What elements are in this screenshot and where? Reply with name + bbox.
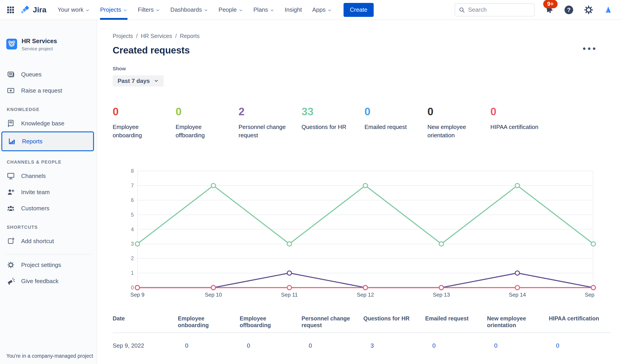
sidebar-section-knowledge: KNOWLEDGE [0, 105, 97, 114]
nav-apps[interactable]: Apps [312, 0, 332, 20]
project-name: HR Services [22, 38, 57, 45]
breadcrumb-reports[interactable]: Reports [180, 33, 200, 39]
search-icon [459, 7, 465, 13]
column-header: Personnel change request [302, 315, 363, 332]
nav-your-work[interactable]: Your work [58, 0, 90, 20]
dot [583, 48, 586, 50]
svg-text:Sep 13: Sep 13 [433, 292, 450, 298]
more-options-button[interactable] [581, 45, 598, 52]
dot [588, 48, 590, 50]
nav-insight[interactable]: Insight [285, 0, 302, 20]
svg-text:6: 6 [131, 197, 134, 203]
megaphone-icon [7, 277, 15, 285]
table-cell-link[interactable]: 0 [549, 357, 611, 364]
sidebar-section-shortcuts: SHORTCUTS [0, 223, 97, 231]
table-cell-link[interactable]: 0 [302, 357, 363, 364]
table-cell-link[interactable]: 0 [178, 334, 240, 357]
svg-text:4: 4 [131, 227, 134, 232]
chevron-down-icon [155, 8, 160, 13]
nav-people[interactable]: People [219, 0, 243, 20]
chevron-down-icon [204, 8, 208, 13]
sidebar-item-project-settings[interactable]: Project settings [0, 257, 97, 273]
channels-icon [7, 172, 15, 180]
gear-icon [584, 5, 594, 15]
stat-emailed-request: 0 Emailed request [364, 106, 427, 140]
main-content: Projects / HR Services / Reports Created… [97, 20, 621, 364]
stat-personnel-change-request: 2 Personnel change request [239, 106, 302, 140]
table-cell-link[interactable]: 0 [549, 334, 611, 357]
project-sidebar: HR Services Service project Queues [0, 20, 97, 364]
table-header-divider [113, 332, 611, 333]
atlassian-logo-icon [604, 5, 613, 15]
search-box [455, 3, 535, 17]
nav-plans[interactable]: Plans [253, 0, 274, 20]
app-switcher-icon[interactable] [7, 6, 14, 14]
settings-button[interactable] [584, 5, 594, 15]
breadcrumb-hr-services[interactable]: HR Services [141, 33, 172, 39]
help-icon: ? [564, 5, 574, 15]
show-label: Show [113, 66, 621, 72]
column-header: Employee onboarding [178, 315, 240, 332]
stat-employee-onboarding: 0 Employee onboarding [113, 106, 176, 140]
svg-text:5: 5 [131, 212, 134, 218]
create-button[interactable]: Create [344, 3, 374, 17]
jira-mark-icon [20, 5, 30, 15]
customers-icon [7, 204, 15, 212]
table-row-date: Sep 9, 2022 [113, 334, 178, 357]
date-range-select[interactable]: Past 7 days [113, 75, 164, 86]
svg-text:Sep 14: Sep 14 [509, 292, 526, 298]
breadcrumb-projects[interactable]: Projects [113, 33, 133, 39]
table-cell-link[interactable]: 0 [240, 357, 302, 364]
svg-text:Sep 15: Sep 15 [585, 292, 596, 298]
table-cell-link[interactable]: 3 [363, 334, 425, 357]
reports-icon [8, 137, 16, 145]
sidebar-item-reports[interactable]: Reports [1, 132, 94, 151]
column-header-date: Date [113, 315, 178, 332]
svg-text:Sep 9: Sep 9 [130, 292, 145, 298]
knowledge-base-icon [7, 119, 15, 127]
sidebar-item-channels[interactable]: Channels [0, 168, 97, 184]
column-header: New employee orientation [487, 315, 549, 332]
table-cell-link[interactable]: 0 [302, 334, 363, 357]
table-cell-link[interactable]: 0 [487, 334, 549, 357]
svg-text:Sep 12: Sep 12 [357, 292, 374, 298]
nav-dashboards[interactable]: Dashboards [171, 0, 208, 20]
queues-icon [7, 70, 15, 78]
svg-text:0: 0 [131, 285, 134, 291]
page-title: Created requests [113, 45, 621, 56]
sidebar-item-queues[interactable]: Queues [0, 66, 97, 83]
help-button[interactable]: ? [564, 5, 574, 15]
project-avatar [6, 39, 17, 50]
project-type: Service project [22, 46, 57, 51]
stat-questions-for-hr: 33 Questions for HR [302, 106, 364, 140]
table-cell-link[interactable]: 0 [240, 334, 302, 357]
created-requests-table: Date Employee onboarding Employee offboa… [113, 315, 621, 364]
nav-projects[interactable]: Projects [100, 0, 127, 20]
jira-logo[interactable]: Jira [20, 5, 47, 15]
search-input[interactable] [455, 3, 535, 17]
table-cell-link[interactable]: 0 [425, 334, 487, 357]
add-shortcut-icon [7, 237, 15, 245]
svg-text:?: ? [567, 6, 571, 13]
sidebar-item-customers[interactable]: Customers [0, 200, 97, 216]
sidebar-divider [5, 254, 91, 255]
sidebar-item-add-shortcut[interactable]: Add shortcut [0, 233, 97, 249]
sidebar-item-invite-team[interactable]: Invite team [0, 184, 97, 200]
sidebar-item-raise-a-request[interactable]: Raise a request [0, 83, 97, 99]
column-header: Questions for HR [363, 315, 425, 332]
breadcrumb-separator: / [136, 33, 138, 39]
nav-filters[interactable]: Filters [138, 0, 160, 20]
svg-text:7: 7 [131, 183, 134, 188]
sidebar-item-knowledge-base[interactable]: Knowledge base [0, 115, 97, 132]
dot [593, 48, 595, 50]
svg-text:Sep 11: Sep 11 [281, 292, 298, 298]
svg-text:3: 3 [131, 241, 134, 247]
notifications-button[interactable]: 9+ [545, 5, 554, 15]
column-header: HIPAA certification [549, 315, 611, 332]
table-cell-link[interactable]: 0 [178, 357, 240, 364]
sidebar-item-give-feedback[interactable]: Give feedback [0, 273, 97, 289]
table-cell-link[interactable]: 7 [363, 357, 425, 364]
invite-team-icon [7, 188, 15, 196]
table-cell-link[interactable]: 0 [487, 357, 549, 364]
table-cell-link[interactable]: 0 [425, 357, 487, 364]
